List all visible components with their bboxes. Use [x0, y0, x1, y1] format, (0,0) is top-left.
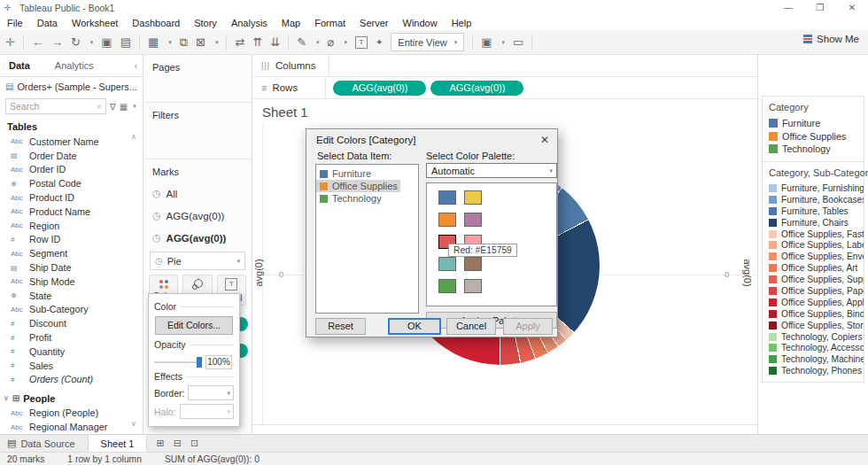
back-icon[interactable]: ← — [32, 36, 43, 48]
format-icon[interactable]: ⌀ — [328, 36, 335, 48]
replay-icon[interactable]: ↻ — [71, 36, 81, 48]
menu-item[interactable]: Help — [445, 18, 479, 28]
menu-item[interactable]: Analysis — [224, 18, 275, 28]
sheet1-tab[interactable]: Sheet 1 — [88, 435, 148, 453]
legend-item[interactable]: Office Supplies, Envel.. — [769, 251, 864, 262]
legend-item[interactable]: Office Supplies, Stora.. — [769, 320, 864, 331]
legend-item[interactable]: Technology, Copiers — [769, 331, 864, 343]
mark-type-dropdown[interactable]: ◷ Pie ▾ — [150, 252, 245, 270]
legend-item[interactable]: Office Supplies, Suppl.. — [769, 274, 864, 285]
minimize-button[interactable]: — — [772, 0, 804, 15]
color-swatch[interactable] — [464, 190, 482, 205]
data-item-row[interactable]: Office Supplies — [316, 180, 400, 192]
legend-item[interactable]: Office Supplies, Paper — [769, 285, 864, 297]
field-row[interactable]: ▤ Ship Date — [0, 260, 143, 275]
marks-pane-row[interactable]: ◷ AGG(avg(0)) — [143, 205, 252, 227]
chevron-down-icon[interactable]: ▾ — [316, 39, 320, 46]
legend-item[interactable]: Office Supplies, Faste.. — [769, 229, 864, 240]
opacity-slider-handle[interactable] — [197, 357, 202, 368]
field-row[interactable]: Abc Product ID — [0, 190, 143, 205]
chevron-down-icon[interactable]: ▾ — [168, 39, 172, 46]
legend-item[interactable]: Furniture, Bookcases — [769, 194, 864, 205]
highlight-icon[interactable]: ✎ — [297, 36, 306, 48]
filter-fields-icon[interactable]: ∇ — [110, 102, 116, 112]
marks-pane-row[interactable]: ◷ AGG(avg(0)) — [143, 227, 252, 249]
edit-colors-button[interactable]: Edit Colors... — [155, 316, 233, 335]
chevron-down-icon[interactable]: ▾ — [502, 39, 506, 46]
palette-dropdown[interactable]: Automatic ▾ — [426, 163, 557, 178]
color-swatch[interactable] — [438, 190, 456, 205]
ok-button[interactable]: OK — [388, 318, 441, 335]
chevron-down-icon[interactable]: ▾ — [215, 39, 219, 46]
scroll-up-icon[interactable]: ∧ — [131, 133, 136, 141]
new-dashboard-tab-icon[interactable]: ⊟ — [174, 438, 182, 449]
view-options-icon[interactable]: ▦ — [120, 102, 128, 112]
data-item-row[interactable]: Technology — [316, 192, 384, 205]
menu-item[interactable]: File — [0, 18, 30, 28]
datasource-item[interactable]: ▤ Orders+ (Sample - Supers... — [0, 77, 143, 96]
field-row[interactable]: Abc Region (People) — [0, 406, 143, 420]
field-row[interactable]: Abc Order ID — [0, 163, 143, 177]
share-image-icon[interactable]: ▣ — [481, 36, 492, 48]
field-row[interactable]: Abc Ship Mode — [0, 275, 143, 289]
left-axis-label[interactable]: avg(0) — [253, 259, 264, 286]
legend-item[interactable]: Furniture — [769, 117, 864, 130]
data-item-row[interactable]: Furniture — [316, 167, 374, 180]
legend-item[interactable]: Office Supplies, Art — [769, 262, 864, 274]
border-dropdown[interactable]: ▾ — [188, 385, 234, 400]
add-data-icon[interactable]: ▤ — [120, 36, 131, 48]
field-row[interactable]: Abc Customer Name — [0, 135, 143, 149]
measure-pill[interactable]: AGG(avg(0)) — [333, 81, 426, 96]
sort-descending-icon[interactable]: ⇊ — [270, 36, 280, 48]
menu-item[interactable]: Worksheet — [65, 18, 125, 28]
menu-item[interactable]: Data — [30, 18, 65, 28]
chevron-down-icon[interactable]: ▾ — [90, 39, 94, 46]
pages-card[interactable]: Pages — [143, 55, 252, 103]
field-row[interactable]: Abc Segment — [0, 246, 143, 260]
field-row[interactable]: # Quantity — [0, 345, 143, 359]
dialog-close-icon[interactable]: ✕ — [540, 134, 549, 146]
field-row[interactable]: Abc Product Name — [0, 205, 143, 219]
maximize-button[interactable]: ❐ — [804, 0, 836, 15]
close-button[interactable]: ✕ — [836, 0, 868, 15]
people-table-header[interactable]: ∨ ⊞ People — [0, 391, 143, 406]
scroll-down-icon[interactable]: ∨ — [131, 420, 136, 428]
opacity-value[interactable]: 100% — [205, 355, 232, 369]
clear-sheet-icon[interactable]: ⊠ — [196, 36, 205, 48]
legend-item[interactable]: Office Supplies, Appli.. — [769, 297, 864, 308]
rows-shelf[interactable]: ≡ Rows AGG(avg(0))AGG(avg(0)) — [252, 77, 757, 99]
cancel-button[interactable]: Cancel — [446, 318, 496, 335]
data-source-tab[interactable]: ▤ Data Source — [0, 435, 88, 453]
color-swatch[interactable] — [464, 257, 482, 271]
new-worksheet-tab-icon[interactable]: ⊞ — [156, 438, 164, 449]
show-me-button[interactable]: Show Me — [803, 34, 859, 44]
field-row[interactable]: # Profit — [0, 330, 143, 345]
tab-analytics[interactable]: Analytics — [55, 60, 94, 71]
duplicate-icon[interactable]: ⧉ — [180, 36, 188, 48]
search-input[interactable]: Search ⌕ — [5, 98, 106, 114]
legend-item[interactable]: Technology, Accessori.. — [769, 342, 864, 353]
menu-item[interactable]: Map — [275, 18, 307, 28]
forward-icon[interactable]: → — [51, 36, 63, 48]
new-worksheet-icon[interactable]: ▦ — [148, 36, 159, 48]
filters-card[interactable]: Filters — [143, 103, 252, 159]
color-swatch[interactable] — [464, 279, 482, 293]
measure-pill[interactable]: AGG(avg(0)) — [430, 81, 523, 96]
chevron-down-icon[interactable]: ▾ — [133, 103, 136, 110]
legend-item[interactable]: Technology, Phones — [769, 365, 864, 376]
sheet-title[interactable]: Sheet 1 — [262, 105, 308, 120]
right-axis-label[interactable]: avg(0) — [742, 259, 753, 286]
menu-item[interactable]: Story — [187, 18, 224, 28]
legend-item[interactable]: Technology — [769, 143, 864, 156]
legend-item[interactable]: Office Supplies, Labels — [769, 239, 864, 251]
chevron-down-icon[interactable]: ▾ — [344, 39, 347, 46]
legend-item[interactable]: Technology, Machines — [769, 353, 864, 365]
swap-icon[interactable]: ⇄ — [235, 36, 244, 48]
sort-ascending-icon[interactable]: ⇈ — [252, 36, 262, 48]
legend-item[interactable]: Furniture, Chairs — [769, 217, 864, 229]
color-swatch[interactable] — [464, 213, 482, 227]
presentation-mode-icon[interactable]: ▭ — [513, 36, 523, 48]
legend-item[interactable]: Office Supplies — [769, 130, 864, 143]
legend-item[interactable]: Furniture, Furnishings — [769, 182, 864, 194]
new-story-tab-icon[interactable]: ⊡ — [190, 438, 198, 449]
